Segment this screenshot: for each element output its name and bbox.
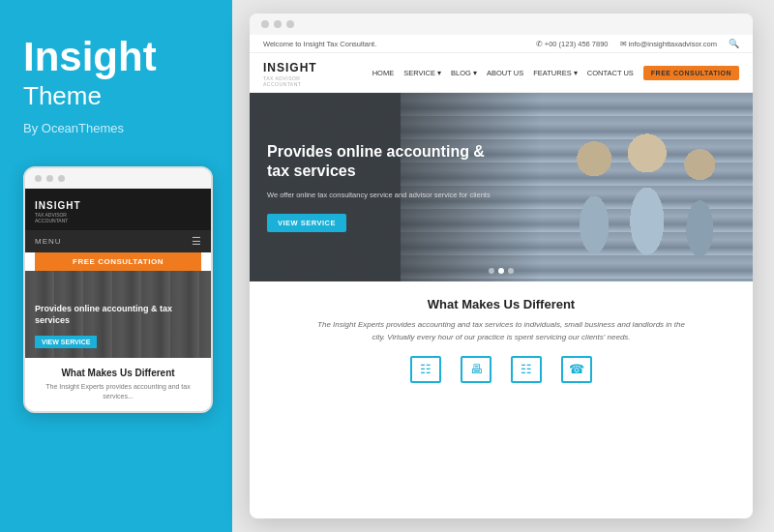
nav-service[interactable]: SERVICE ▾ xyxy=(403,69,441,77)
brand-author: By OceanThemes xyxy=(23,121,124,135)
topbar-right: ✆ +00 (123) 456 7890 ✉ info@insighttaxad… xyxy=(536,39,739,48)
mobile-top-bar xyxy=(25,168,211,189)
mobile-mockup: INSIGHT TAX ADVISORACCOUNTANT MENU ☰ FRE… xyxy=(23,166,213,413)
feature-icon-1: ☷ xyxy=(410,356,441,383)
nav-about[interactable]: ABOUT US xyxy=(487,69,523,77)
nav-home[interactable]: HOME xyxy=(372,69,395,77)
nav-blog[interactable]: BLOG ▾ xyxy=(451,69,477,77)
desktop-mockup: Welcome to Insight Tax Consultant. ✆ +00… xyxy=(250,14,753,518)
hero-title: Provides online accounting & tax service… xyxy=(267,142,509,183)
nav-features[interactable]: FEATURES ▾ xyxy=(533,69,578,77)
site-topbar: Welcome to Insight Tax Consultant. ✆ +00… xyxy=(250,35,753,53)
site-nav-links: HOME SERVICE ▾ BLOG ▾ ABOUT US FEATURES … xyxy=(372,66,739,80)
mobile-dot-3 xyxy=(58,175,65,182)
site-icons-row: ☷ 🖶 ☷ ☎ xyxy=(269,356,733,383)
mobile-dot-2 xyxy=(46,175,53,182)
site-hero-content: Provides online accounting & tax service… xyxy=(250,121,526,254)
left-panel: Insight Theme By OceanThemes INSIGHT TAX… xyxy=(0,0,232,532)
hero-dot-3[interactable] xyxy=(508,268,514,274)
topbar-phone: ✆ +00 (123) 456 7890 xyxy=(536,40,609,48)
hero-dots xyxy=(489,268,514,274)
search-icon[interactable]: 🔍 xyxy=(729,39,739,48)
hamburger-icon[interactable]: ☰ xyxy=(192,235,201,248)
section-title: What Makes Us Different xyxy=(269,297,733,311)
feature-icon-3: ☷ xyxy=(511,356,542,383)
desktop-top-bar xyxy=(250,14,753,35)
topbar-email: ✉ info@insighttaxadvisor.com xyxy=(620,40,718,48)
mobile-view-service-button[interactable]: VIEW SERVICE xyxy=(35,336,97,348)
print-icon: 🖶 xyxy=(461,356,491,383)
hero-view-service-button[interactable]: VIEW SERVICE xyxy=(267,214,346,232)
contact-icon: ☎ xyxy=(561,356,592,383)
hero-description: We offer online tax consultancy service … xyxy=(267,190,509,200)
mobile-dot-1 xyxy=(35,175,42,182)
feature-icon-2: 🖶 xyxy=(461,356,491,383)
desktop-dot-2 xyxy=(274,20,282,28)
site-below-hero: What Makes Us Different The Insight Expe… xyxy=(250,281,753,393)
desktop-dot-1 xyxy=(261,20,269,28)
mobile-bottom: What Makes Us Different The Insight Expe… xyxy=(25,358,211,411)
site-hero: Provides online accounting & tax service… xyxy=(250,93,753,281)
site-navbar: INSIGHT TAX ADVISORACCOUNTANT HOME SERVI… xyxy=(250,53,753,93)
desktop-dot-3 xyxy=(286,20,294,28)
site-logo: INSIGHT TAX ADVISORACCOUNTANT xyxy=(263,58,317,87)
mobile-menu-bar: MENU ☰ xyxy=(25,230,211,252)
mobile-hero: Provides online accounting & tax service… xyxy=(25,271,211,358)
mobile-nav: INSIGHT TAX ADVISORACCOUNTANT xyxy=(25,189,211,230)
brand-title: Insight xyxy=(23,35,157,79)
accounting-icon: ☷ xyxy=(410,356,441,383)
feature-icon-4: ☎ xyxy=(561,356,592,383)
hero-dot-1[interactable] xyxy=(489,268,494,274)
mobile-hero-text: Provides online accounting & tax service… xyxy=(35,304,201,348)
section-text: The Insight Experts provides accounting … xyxy=(317,319,685,344)
tax-icon: ☷ xyxy=(511,356,542,383)
brand-subtitle: Theme xyxy=(23,81,102,111)
mobile-consultation-button[interactable]: FREE CONSULTATION xyxy=(35,252,201,271)
topbar-welcome: Welcome to Insight Tax Consultant. xyxy=(263,40,376,48)
desktop-consultation-button[interactable]: FREE CONSULTATION xyxy=(643,66,739,80)
right-panel: Welcome to Insight Tax Consultant. ✆ +00… xyxy=(232,0,774,532)
mobile-logo: INSIGHT TAX ADVISORACCOUNTANT xyxy=(35,195,81,223)
nav-contact[interactable]: CONTACT US xyxy=(587,69,634,77)
hero-dot-2[interactable] xyxy=(498,268,504,274)
